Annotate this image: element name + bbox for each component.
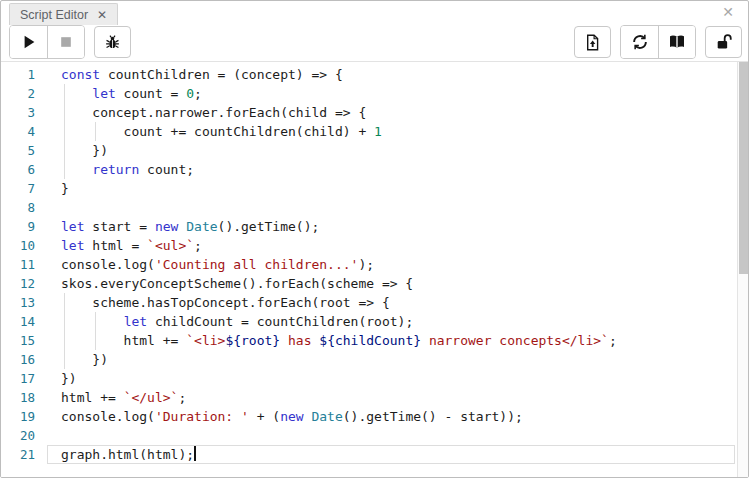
code-line-content: html += `</ul>`; xyxy=(47,388,735,407)
code-line[interactable]: 20 xyxy=(1,426,748,445)
code-token: has xyxy=(280,333,319,348)
code-token: new xyxy=(155,219,178,234)
unlock-button[interactable] xyxy=(705,26,742,58)
indent-guide xyxy=(64,350,65,369)
code-token: let xyxy=(61,219,84,234)
code-token xyxy=(61,314,124,329)
line-number: 17 xyxy=(1,369,47,388)
line-number: 10 xyxy=(1,236,47,255)
book-icon xyxy=(668,33,686,51)
code-token: count; xyxy=(139,162,194,177)
code-line[interactable]: 16 }) xyxy=(1,350,748,369)
code-token xyxy=(61,86,92,101)
code-token: count += countChildren(child) + xyxy=(61,124,374,139)
code-token: ; xyxy=(178,390,186,405)
code-token: 1 xyxy=(374,124,382,139)
code-token: let xyxy=(92,86,115,101)
code-token: html += xyxy=(61,390,124,405)
indent-guide xyxy=(64,122,65,141)
scrollbar-thumb[interactable] xyxy=(739,62,748,274)
tab-script-editor[interactable]: Script Editor ✕ xyxy=(9,3,118,25)
stop-button[interactable] xyxy=(47,26,84,58)
code-line[interactable]: 12skos.everyConceptScheme().forEach(sche… xyxy=(1,274,748,293)
code-token: 'Duration: ' xyxy=(155,409,249,424)
code-editor[interactable]: 1const countChildren = (concept) => {2 l… xyxy=(1,61,748,477)
run-button[interactable] xyxy=(10,26,47,58)
code-token: start = xyxy=(84,219,154,234)
code-token: }) xyxy=(61,371,77,386)
code-token: `<ul>` xyxy=(147,238,194,253)
code-token: ().getTime() - start)); xyxy=(343,409,523,424)
indent-guide xyxy=(64,331,65,350)
code-token: ${root} xyxy=(225,333,280,348)
run-stop-group xyxy=(9,25,85,59)
docs-button[interactable] xyxy=(658,26,695,58)
code-line-content: let childCount = countChildren(root); xyxy=(47,312,735,331)
code-line[interactable]: 15 html += `<li>${root} has ${childCount… xyxy=(1,331,748,350)
code-token: concept.narrower.forEach(child => { xyxy=(61,105,366,120)
line-number: 13 xyxy=(1,293,47,312)
tab-strip: Script Editor ✕ ✕ xyxy=(1,1,748,25)
vertical-scrollbar[interactable] xyxy=(737,62,748,477)
window-close-icon[interactable]: ✕ xyxy=(722,5,734,19)
debug-button[interactable] xyxy=(94,26,131,58)
line-number: 14 xyxy=(1,312,47,331)
tab-close-icon[interactable]: ✕ xyxy=(97,9,107,21)
code-token: html = xyxy=(84,238,147,253)
unlock-icon xyxy=(715,33,733,51)
code-line[interactable]: 6 return count; xyxy=(1,160,748,179)
code-token: count = xyxy=(116,86,186,101)
code-token: 'Counting all children...' xyxy=(155,257,359,272)
code-line[interactable]: 9let start = new Date().getTime(); xyxy=(1,217,748,236)
code-line[interactable]: 4 count += countChildren(child) + 1 xyxy=(1,122,748,141)
line-number: 11 xyxy=(1,255,47,274)
line-number: 1 xyxy=(1,65,47,84)
code-line[interactable]: 21graph.html(html); xyxy=(1,445,748,464)
code-line[interactable]: 11console.log('Counting all children...'… xyxy=(1,255,748,274)
reload-button[interactable] xyxy=(621,26,658,58)
code-token: }) xyxy=(61,143,108,158)
code-line[interactable]: 18html += `</ul>`; xyxy=(1,388,748,407)
code-line[interactable]: 1const countChildren = (concept) => { xyxy=(1,65,748,84)
code-line[interactable]: 17}) xyxy=(1,369,748,388)
code-token: `<li> xyxy=(186,333,225,348)
code-token: ; xyxy=(194,238,202,253)
code-line[interactable]: 14 let childCount = countChildren(root); xyxy=(1,312,748,331)
export-script-button[interactable] xyxy=(574,26,611,58)
line-number: 2 xyxy=(1,84,47,103)
code-token: ${childCount} xyxy=(319,333,421,348)
stop-icon xyxy=(58,34,74,50)
code-token: const xyxy=(61,67,100,82)
code-token: `</ul>` xyxy=(124,390,179,405)
line-number: 5 xyxy=(1,141,47,160)
indent-guide xyxy=(64,312,65,331)
code-line-content: console.log('Counting all children...'); xyxy=(47,255,735,274)
code-line-content: graph.html(html); xyxy=(47,445,735,464)
code-lines: 1const countChildren = (concept) => {2 l… xyxy=(1,65,748,464)
code-token: ; xyxy=(194,86,202,101)
indent-guide xyxy=(95,122,96,141)
code-line[interactable]: 8 xyxy=(1,198,748,217)
code-line-content: count += countChildren(child) + 1 xyxy=(47,122,735,141)
code-token: 0 xyxy=(186,86,194,101)
code-line[interactable]: 7} xyxy=(1,179,748,198)
indent-guide xyxy=(64,141,65,160)
code-line[interactable]: 2 let count = 0; xyxy=(1,84,748,103)
code-line[interactable]: 10let html = `<ul>`; xyxy=(1,236,748,255)
toolbar-left xyxy=(9,25,131,59)
refresh-icon xyxy=(631,33,649,51)
line-number: 15 xyxy=(1,331,47,350)
code-line[interactable]: 5 }) xyxy=(1,141,748,160)
file-upload-icon xyxy=(584,34,601,51)
code-line[interactable]: 13 scheme.hasTopConcept.forEach(root => … xyxy=(1,293,748,312)
code-token: let xyxy=(124,314,147,329)
code-token: graph.html(html); xyxy=(61,447,194,462)
code-line-content: } xyxy=(47,179,735,198)
code-line[interactable]: 19console.log('Duration: ' + (new Date()… xyxy=(1,407,748,426)
line-number: 20 xyxy=(1,426,47,445)
bug-icon xyxy=(104,34,121,51)
code-line-content xyxy=(47,198,735,217)
code-line-content: let count = 0; xyxy=(47,84,735,103)
code-line[interactable]: 3 concept.narrower.forEach(child => { xyxy=(1,103,748,122)
code-line-content: let html = `<ul>`; xyxy=(47,236,735,255)
